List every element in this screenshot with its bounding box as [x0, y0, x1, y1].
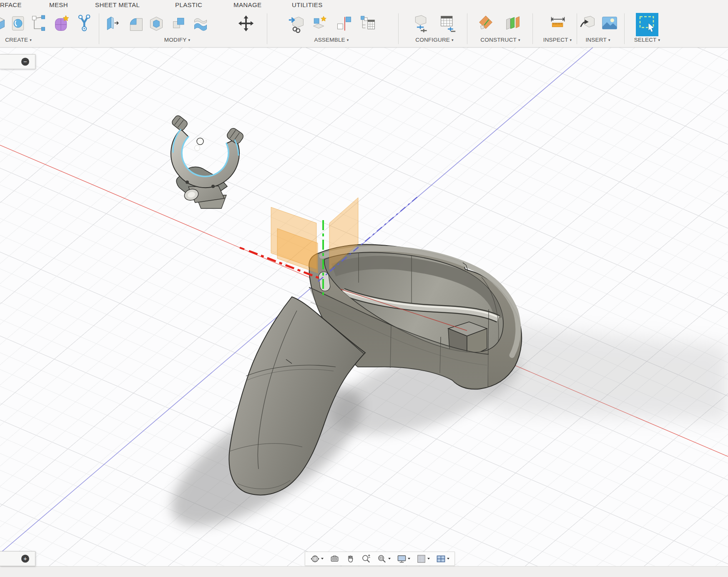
configuration-icon[interactable]	[412, 14, 430, 34]
browser-collapse-button[interactable]: −	[21, 58, 29, 66]
timeline-panel-collapsed: +	[0, 551, 35, 566]
tab-sheet-metal[interactable]: SHEET METAL	[95, 1, 140, 8]
configuration-table-icon[interactable]	[439, 14, 457, 34]
tab-plastic[interactable]: PLASTIC	[175, 1, 202, 8]
toolbar-separator	[99, 13, 99, 44]
pan-icon[interactable]	[346, 552, 355, 565]
construct-menu-button[interactable]: CONSTRUCT▾	[480, 37, 520, 43]
main-toolbar: RFACE MESH SHEET METAL PLASTIC MANAGE UT…	[0, 0, 728, 48]
insert-derive-icon[interactable]	[578, 14, 597, 34]
toolbar-separator	[467, 13, 467, 44]
as-built-joint-icon[interactable]	[335, 14, 353, 34]
viewports-icon[interactable]	[436, 552, 449, 565]
select-menu-button[interactable]: SELECT▾	[634, 37, 660, 43]
fit-icon[interactable]	[377, 552, 391, 565]
project-geometry-icon[interactable]	[30, 14, 48, 34]
split-body-icon[interactable]	[191, 14, 210, 34]
look-at-icon[interactable]	[330, 552, 339, 565]
form-icon[interactable]	[52, 14, 70, 34]
chevron-down-icon: ▾	[452, 38, 454, 42]
timeline-strip	[0, 566, 728, 577]
tab-utilities[interactable]: UTILITIES	[292, 1, 323, 8]
offset-plane-icon[interactable]	[477, 14, 495, 34]
tab-mesh[interactable]: MESH	[49, 1, 68, 8]
chevron-down-icon: ▾	[30, 38, 32, 42]
shell-icon[interactable]	[147, 14, 166, 34]
display-settings-dropdown[interactable]	[408, 558, 410, 559]
custom-feature-icon[interactable]	[75, 14, 94, 34]
modify-menu-button[interactable]: MODIFY▾	[164, 37, 190, 43]
fusion-app-window: RFACE MESH SHEET METAL PLASTIC MANAGE UT…	[0, 0, 728, 577]
toolbar-separator	[577, 13, 577, 44]
chevron-down-icon: ▾	[347, 38, 349, 42]
fit-dropdown[interactable]	[388, 558, 391, 559]
chevron-down-icon: ▾	[518, 38, 520, 42]
toolbar-separator	[532, 13, 533, 44]
timeline-expand-button[interactable]: +	[21, 555, 29, 563]
tab-manage[interactable]: MANAGE	[233, 1, 261, 8]
chevron-down-icon: ▾	[608, 38, 610, 42]
assemble-menu-button[interactable]: ASSEMBLE▾	[314, 37, 349, 43]
insert-menu-button[interactable]: INSERT▾	[585, 37, 610, 43]
toolbar-separator	[398, 13, 399, 44]
measure-icon[interactable]	[549, 14, 567, 34]
display-settings-icon[interactable]	[397, 552, 410, 565]
grid-display-dropdown[interactable]	[427, 558, 430, 559]
midplane-icon[interactable]	[504, 14, 522, 34]
window-select-icon[interactable]	[636, 13, 658, 37]
tab-surface[interactable]: RFACE	[0, 1, 22, 8]
orbit-dropdown[interactable]	[321, 558, 324, 559]
chevron-down-icon: ▾	[188, 38, 190, 42]
move-copy-icon[interactable]	[237, 14, 255, 34]
chevron-down-icon: ▾	[570, 38, 572, 42]
cube-partial-icon[interactable]	[0, 14, 8, 34]
view-navigation-bar	[305, 552, 455, 566]
component-pattern-icon[interactable]	[359, 14, 377, 34]
zoom-icon[interactable]	[361, 552, 371, 565]
combine-icon[interactable]	[171, 14, 189, 34]
viewport-canvas[interactable]	[0, 47, 728, 577]
orbit-icon[interactable]	[310, 552, 324, 565]
grid-display-icon[interactable]	[417, 552, 430, 565]
create-menu-button[interactable]: CREATE▾	[5, 37, 32, 43]
new-component-icon[interactable]	[287, 14, 306, 34]
viewports-dropdown[interactable]	[447, 558, 449, 559]
toolbar-separator	[624, 13, 625, 44]
joint-icon[interactable]	[310, 14, 329, 34]
insert-image-icon[interactable]	[600, 14, 619, 34]
toolbar-separator	[267, 13, 267, 44]
configure-menu-button[interactable]: CONFIGURE▾	[415, 37, 454, 43]
chevron-down-icon: ▾	[658, 38, 660, 42]
press-pull-icon[interactable]	[103, 14, 122, 34]
revolve-icon[interactable]	[9, 14, 28, 34]
browser-panel-collapsed: −	[0, 54, 35, 69]
inspect-menu-button[interactable]: INSPECT▾	[543, 37, 572, 43]
fillet-icon[interactable]	[126, 14, 145, 34]
